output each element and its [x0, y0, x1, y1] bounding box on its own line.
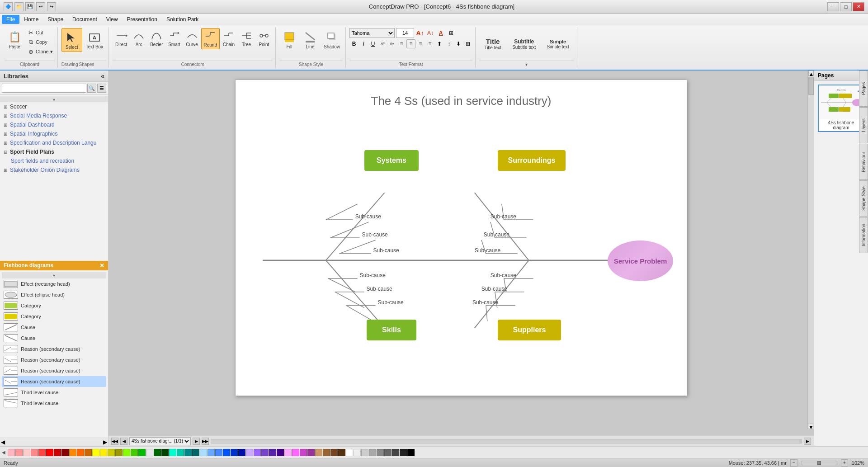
close-button[interactable]: ✕: [853, 2, 864, 11]
align-center-button[interactable]: ≡: [406, 39, 415, 48]
scroll-thumb[interactable]: [808, 77, 814, 95]
color-swatch[interactable]: [392, 449, 399, 456]
color-swatch[interactable]: [231, 449, 238, 456]
shape-reason-1[interactable]: Reason (secondary cause): [2, 344, 106, 354]
valign-bottom-button[interactable]: ⬇: [454, 39, 463, 48]
color-swatch[interactable]: [377, 449, 384, 456]
color-swatch[interactable]: [292, 449, 299, 456]
arc-button[interactable]: Arc: [130, 28, 147, 49]
color-swatch[interactable]: [300, 449, 307, 456]
color-swatch[interactable]: [23, 449, 30, 456]
color-swatch[interactable]: [246, 449, 253, 456]
sidebar-item-spatial-infographics[interactable]: Spatial Infographics: [0, 129, 108, 138]
color-swatch[interactable]: [223, 449, 230, 456]
shape-third-cause-2[interactable]: Third level cause: [2, 398, 106, 409]
sidebar-item-soccer[interactable]: Soccer: [0, 102, 108, 111]
maximize-button[interactable]: □: [840, 2, 852, 11]
sidebar-item-spatial-dashboard[interactable]: Spatial Dashboard: [0, 120, 108, 129]
direct-button[interactable]: Direct: [113, 28, 130, 49]
align-right-button[interactable]: ≡: [416, 39, 425, 48]
color-swatch[interactable]: [338, 449, 345, 456]
color-swatch[interactable]: [277, 449, 284, 456]
select-button[interactable]: Select: [61, 28, 82, 52]
color-swatch[interactable]: [269, 449, 276, 456]
color-swatch[interactable]: [92, 449, 99, 456]
menu-shape[interactable]: Shape: [43, 15, 68, 24]
color-swatch[interactable]: [384, 449, 392, 456]
color-swatch[interactable]: [215, 449, 222, 456]
scroll-down-arrow[interactable]: ▼: [808, 424, 813, 429]
section-close-button[interactable]: ✕: [99, 262, 104, 269]
more-font-button[interactable]: ⊞: [447, 28, 456, 38]
justify-button[interactable]: ≡: [425, 39, 434, 48]
color-swatch[interactable]: [254, 449, 261, 456]
vtab-behaviour[interactable]: Behaviour: [859, 144, 868, 180]
color-swatch[interactable]: [85, 449, 92, 456]
color-swatch[interactable]: [77, 449, 84, 456]
page-prev-button[interactable]: ◀: [120, 438, 127, 445]
vtab-shape-style[interactable]: Shape Style: [859, 180, 868, 217]
surroundings-box[interactable]: Surroundings: [498, 150, 566, 171]
suppliers-box[interactable]: Suppliers: [498, 320, 561, 340]
shape-effect-ellipse[interactable]: Effect (ellipse head): [2, 289, 106, 300]
color-swatch[interactable]: [161, 449, 169, 456]
title-text-button[interactable]: Title Title text: [479, 28, 506, 60]
valign-top-button[interactable]: ⬆: [435, 39, 444, 48]
zoom-out-button[interactable]: −: [790, 459, 797, 467]
shape-third-cause-1[interactable]: Third level cause: [2, 387, 106, 398]
italic-button[interactable]: I: [359, 39, 368, 48]
minimize-button[interactable]: ─: [827, 2, 839, 11]
font-family-select[interactable]: Tahoma: [349, 28, 395, 38]
horizontal-scrollbar[interactable]: [211, 439, 802, 443]
color-swatch[interactable]: [354, 449, 361, 456]
sidebar-item-sport-field[interactable]: Sport Field Plans: [0, 147, 108, 156]
color-swatch[interactable]: [400, 449, 407, 456]
shape-category-2[interactable]: Category: [2, 311, 106, 322]
vtab-information[interactable]: Information: [859, 217, 868, 253]
shape-effect-rect[interactable]: Effect (rectange head): [2, 278, 106, 289]
sidebar-item-sport-fields-sub[interactable]: Sport fields and recreation: [0, 156, 108, 165]
color-swatch[interactable]: [284, 449, 292, 456]
color-swatch[interactable]: [69, 449, 76, 456]
shape-category-1[interactable]: Category: [2, 300, 106, 311]
superscript-button[interactable]: A²: [378, 39, 387, 48]
color-swatch[interactable]: [261, 449, 269, 456]
color-swatch[interactable]: [169, 449, 176, 456]
color-swatch[interactable]: [8, 449, 15, 456]
round-button[interactable]: Round: [201, 28, 220, 49]
scroll-up-button[interactable]: ▲: [0, 96, 108, 102]
chain-button[interactable]: Chain: [220, 28, 237, 49]
shadow-button[interactable]: Shadow: [321, 28, 343, 51]
page-next-button[interactable]: ▶: [193, 438, 200, 445]
color-swatch[interactable]: [115, 449, 123, 456]
color-swatch[interactable]: [146, 449, 153, 456]
color-swatch[interactable]: [330, 449, 338, 456]
page-selector[interactable]: 4Ss fishbone diagr... (1/1): [129, 437, 191, 445]
menu-document[interactable]: Document: [68, 15, 102, 24]
color-swatch[interactable]: [108, 449, 115, 456]
sidebar-item-stakeholder[interactable]: Stakeholder Onion Diagrams: [0, 165, 108, 175]
service-problem-box[interactable]: Service Problem: [608, 241, 673, 281]
color-swatch[interactable]: [46, 449, 53, 456]
bold-button[interactable]: B: [349, 39, 359, 48]
more-text-button[interactable]: ⊞: [463, 39, 472, 48]
sidebar-scroll-left[interactable]: ◀: [1, 439, 54, 445]
cut-button[interactable]: ✂ Cut: [25, 28, 55, 37]
sidebar-collapse-button[interactable]: «: [101, 72, 104, 80]
menu-home[interactable]: Home: [19, 15, 43, 24]
color-swatch[interactable]: [369, 449, 376, 456]
fishbone-section-header[interactable]: Fishbone diagrams ✕: [0, 261, 108, 270]
vtab-pages[interactable]: Pages: [859, 71, 868, 107]
underline-button[interactable]: U: [368, 39, 377, 48]
text-box-button[interactable]: A Text Box: [83, 28, 106, 51]
paste-button[interactable]: 📋 Paste: [5, 28, 24, 51]
menu-presentation[interactable]: Presentation: [123, 15, 162, 24]
shrink-font-button[interactable]: A↓: [426, 28, 435, 38]
grow-font-button[interactable]: A↑: [415, 28, 425, 38]
color-swatch[interactable]: [307, 449, 315, 456]
page-first-button[interactable]: ◀◀: [111, 438, 118, 445]
shape-reason-4[interactable]: Reason (secondary cause): [2, 376, 106, 387]
color-swatch[interactable]: [177, 449, 184, 456]
line-button[interactable]: Line: [300, 28, 320, 51]
systems-box[interactable]: Systems: [364, 150, 419, 171]
